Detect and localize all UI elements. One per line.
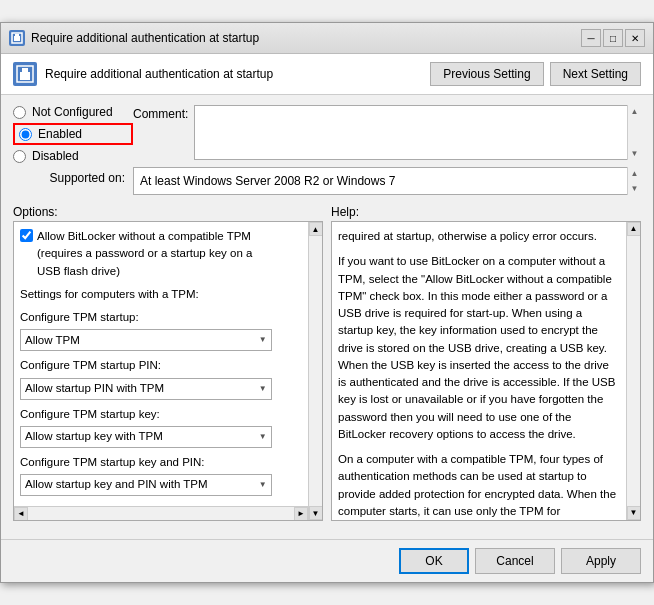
- tpm-startup-dropdown-row: Allow TPM ▼: [20, 329, 316, 351]
- help-label: Help:: [331, 205, 641, 219]
- enabled-option[interactable]: Enabled: [13, 123, 133, 145]
- title-bar: Require additional authentication at sta…: [1, 23, 653, 54]
- help-para-1: required at startup, otherwise a policy …: [338, 228, 620, 245]
- options-help-row: Allow BitLocker without a compatible TPM…: [13, 221, 641, 521]
- not-configured-radio[interactable]: [13, 106, 26, 119]
- supported-value: At least Windows Server 2008 R2 or Windo…: [133, 167, 641, 195]
- cancel-button[interactable]: Cancel: [475, 548, 555, 574]
- tpm-pin-dropdown[interactable]: Allow startup PIN with TPM ▼: [20, 378, 272, 400]
- supported-row: Supported on: At least Windows Server 20…: [13, 167, 641, 195]
- allow-bitlocker-checkbox-row[interactable]: Allow BitLocker without a compatible TPM…: [20, 228, 316, 280]
- tpm-key-dropdown-row: Allow startup key with TPM ▼: [20, 426, 316, 448]
- help-scroll-down[interactable]: ▼: [627, 506, 641, 520]
- header-left: Require additional authentication at sta…: [13, 62, 273, 86]
- allow-bitlocker-checkbox[interactable]: [20, 229, 33, 242]
- comment-label: Comment:: [133, 107, 188, 121]
- options-vscroll: ▲ ▼: [308, 222, 322, 520]
- dialog-body: Not Configured Enabled Disabled Comment:: [1, 95, 653, 539]
- dialog-header: Require additional authentication at sta…: [1, 54, 653, 95]
- help-para-2: If you want to use BitLocker on a comput…: [338, 253, 620, 443]
- ok-button[interactable]: OK: [399, 548, 469, 574]
- enabled-label: Enabled: [38, 127, 82, 141]
- header-icon: [13, 62, 37, 86]
- title-bar-icon: [9, 30, 25, 46]
- supported-scrollbar: ▲ ▼: [627, 167, 641, 195]
- svg-rect-2: [15, 34, 19, 37]
- configure-tpm-pin-label: Configure TPM startup PIN:: [20, 357, 316, 374]
- title-bar-controls: ─ □ ✕: [581, 29, 645, 47]
- supported-scroll-up[interactable]: ▲: [629, 167, 641, 180]
- header-title: Require additional authentication at sta…: [45, 67, 273, 81]
- allow-bitlocker-label: Allow BitLocker without a compatible TPM…: [37, 228, 252, 280]
- comment-textarea[interactable]: [194, 105, 641, 160]
- comment-scroll-up[interactable]: ▲: [629, 105, 641, 118]
- svg-rect-4: [20, 72, 30, 80]
- tpm-key-dropdown[interactable]: Allow startup key with TPM ▼: [20, 426, 272, 448]
- help-vscroll: ▲ ▼: [626, 222, 640, 520]
- supported-label: Supported on:: [13, 167, 133, 185]
- configure-tpm-key-pin-label: Configure TPM startup key and PIN:: [20, 454, 316, 471]
- apply-button[interactable]: Apply: [561, 548, 641, 574]
- help-scroll-up[interactable]: ▲: [627, 222, 641, 236]
- supported-scroll-down[interactable]: ▼: [629, 182, 641, 195]
- comment-scroll-down[interactable]: ▼: [629, 147, 641, 160]
- options-content: Allow BitLocker without a compatible TPM…: [20, 228, 316, 496]
- maximize-button[interactable]: □: [603, 29, 623, 47]
- not-configured-label: Not Configured: [32, 105, 113, 119]
- tpm-key-pin-dropdown-arrow: ▼: [259, 479, 267, 491]
- disabled-label: Disabled: [32, 149, 79, 163]
- options-label: Options:: [13, 205, 323, 219]
- options-scroll-up[interactable]: ▲: [309, 222, 323, 236]
- tpm-pin-dropdown-arrow: ▼: [259, 383, 267, 395]
- configure-tpm-key-label: Configure TPM startup key:: [20, 406, 316, 423]
- help-para-3: On a computer with a compatible TPM, fou…: [338, 451, 620, 521]
- disabled-radio[interactable]: [13, 150, 26, 163]
- tpm-key-pin-dropdown[interactable]: Allow startup key and PIN with TPM ▼: [20, 474, 272, 496]
- enabled-radio[interactable]: [19, 128, 32, 141]
- help-content: required at startup, otherwise a policy …: [338, 228, 634, 521]
- next-setting-button[interactable]: Next Setting: [550, 62, 641, 86]
- radio-section: Not Configured Enabled Disabled: [13, 105, 133, 163]
- options-scroll-down[interactable]: ▼: [309, 506, 323, 520]
- svg-rect-5: [22, 68, 28, 73]
- previous-setting-button[interactable]: Previous Setting: [430, 62, 543, 86]
- help-panel: required at startup, otherwise a policy …: [331, 221, 641, 521]
- configure-tpm-label: Configure TPM startup:: [20, 309, 316, 326]
- options-hscroll-left[interactable]: ◄: [14, 507, 28, 521]
- not-configured-option[interactable]: Not Configured: [13, 105, 133, 119]
- tpm-settings-label: Settings for computers with a TPM:: [20, 286, 316, 303]
- minimize-button[interactable]: ─: [581, 29, 601, 47]
- header-buttons: Previous Setting Next Setting: [430, 62, 641, 86]
- disabled-option[interactable]: Disabled: [13, 149, 133, 163]
- title-bar-text: Require additional authentication at sta…: [31, 31, 575, 45]
- tpm-startup-dropdown[interactable]: Allow TPM ▼: [20, 329, 272, 351]
- tpm-startup-dropdown-arrow: ▼: [259, 334, 267, 346]
- dialog-window: Require additional authentication at sta…: [0, 22, 654, 583]
- tpm-pin-dropdown-row: Allow startup PIN with TPM ▼: [20, 378, 316, 400]
- options-panel: Allow BitLocker without a compatible TPM…: [13, 221, 323, 521]
- tpm-key-pin-dropdown-row: Allow startup key and PIN with TPM ▼: [20, 474, 316, 496]
- tpm-key-dropdown-arrow: ▼: [259, 431, 267, 443]
- dialog-footer: OK Cancel Apply: [1, 539, 653, 582]
- comment-section: Comment: ▲ ▼: [133, 105, 641, 163]
- options-hscroll-right[interactable]: ►: [294, 507, 308, 521]
- close-button[interactable]: ✕: [625, 29, 645, 47]
- options-hscroll: ◄ ►: [14, 506, 308, 520]
